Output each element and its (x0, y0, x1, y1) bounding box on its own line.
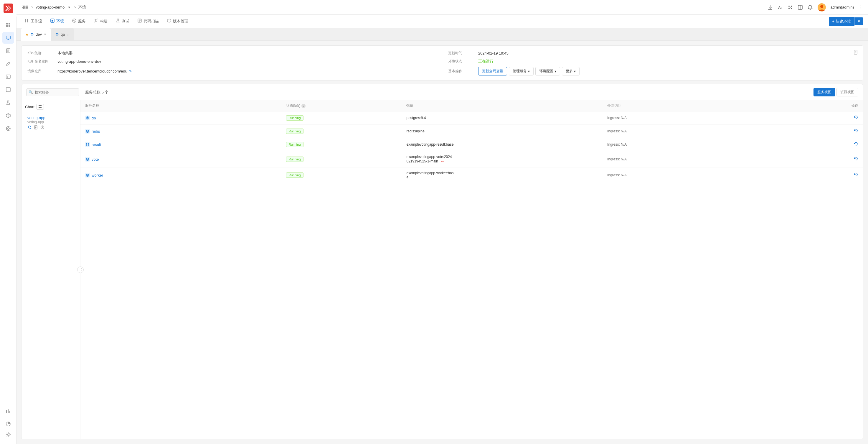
refresh-worker-btn[interactable] (854, 172, 858, 178)
sidebar-item-cube[interactable] (2, 110, 14, 121)
sidebar-item-terminal[interactable] (2, 71, 14, 83)
svg-point-33 (791, 8, 792, 9)
chart-label: Chart (25, 105, 34, 109)
svg-rect-10 (6, 75, 10, 79)
manage-service-btn[interactable]: 管理服务 ▾ (509, 67, 534, 76)
font-btn[interactable]: AA (778, 5, 783, 10)
logo[interactable] (0, 0, 17, 17)
sidebar-item-barchart[interactable] (2, 405, 14, 417)
svg-rect-56 (39, 107, 40, 108)
registry-edit-icon[interactable]: ✎ (129, 69, 132, 73)
sidebar-item-monitor[interactable] (2, 32, 14, 43)
sidebar-collapse-btn[interactable]: 〈 (77, 267, 84, 273)
new-env-button[interactable]: + 新建环境 (829, 17, 855, 26)
table-row: result Running examplevotingapp-result:b… (81, 138, 863, 151)
corner-doc-icon[interactable] (854, 50, 858, 56)
chart-sidebar: Chart voting-app voting-app (22, 100, 81, 439)
content-area: K8s 集群 本地集群 更新时间 2024-02-19 19:45 K8s 命名… (17, 41, 868, 444)
chart-refresh-icon[interactable] (27, 125, 32, 130)
service-vote-action (758, 156, 858, 162)
service-result-action (758, 142, 858, 147)
tab-build[interactable]: 构建 (90, 15, 111, 28)
user-name[interactable]: admin(admin) (831, 5, 854, 9)
status-badge-vote: Running (286, 156, 304, 162)
tab-version[interactable]: 版本管理 (163, 15, 192, 28)
refresh-db-btn[interactable] (854, 115, 858, 121)
sidebar-item-piechart[interactable] (2, 418, 14, 430)
download-btn[interactable] (768, 5, 773, 10)
more-btn[interactable]: ⋮ (859, 4, 863, 10)
refresh-redis-btn[interactable] (854, 128, 858, 134)
status-info-icon[interactable]: ? (302, 104, 306, 108)
service-db-status: Running (286, 115, 407, 121)
env-dev-star-icon[interactable]: ★ (25, 32, 29, 36)
bell-btn[interactable] (808, 5, 813, 10)
info-row-k8s-ns: K8s 命名空间 voting-app-demo-env-dev (27, 59, 436, 64)
info-k8s-ns-label: K8s 命名空间 (27, 59, 54, 64)
service-name-redis[interactable]: redis (85, 129, 286, 134)
sidebar-item-table[interactable] (2, 84, 14, 95)
grid-btn[interactable] (787, 5, 793, 10)
svg-rect-39 (25, 19, 26, 22)
service-name-result[interactable]: result (85, 142, 286, 147)
service-worker-label: worker (92, 173, 103, 177)
chart-item-sub: voting-app (27, 120, 74, 124)
svg-point-65 (86, 143, 89, 144)
sidebar-item-network[interactable] (2, 123, 14, 135)
chart-item-voting-app[interactable]: voting-app voting-app (25, 113, 76, 133)
new-env-dropdown-btn[interactable]: ▼ (855, 18, 863, 25)
resource-view-btn[interactable]: 资源视图 (836, 88, 858, 96)
service-name-vote[interactable]: vote (85, 157, 286, 161)
env-tab-dev[interactable]: ★ ⚙ dev ▼ (21, 28, 51, 41)
chart-doc-icon[interactable] (34, 125, 38, 130)
update-global-vars-btn[interactable]: 更新全局变量 (478, 67, 507, 76)
env-tabs: ★ ⚙ dev ▼ ⚙ qa ☆ (17, 28, 868, 41)
tab-service-label: 服务 (78, 19, 86, 24)
service-view-btn[interactable]: 服务视图 (813, 88, 835, 96)
tab-workflow[interactable]: 工作流 (21, 15, 46, 28)
svg-rect-23 (8, 409, 8, 413)
breadcrumb-project-name[interactable]: voting-app-demo (36, 5, 65, 9)
services-count: 服务总数 5 个 (85, 90, 810, 95)
sidebar-item-flask[interactable] (2, 97, 14, 109)
svg-rect-54 (39, 105, 40, 106)
service-redis-external: Ingress: N/A (607, 129, 758, 133)
tab-service[interactable]: 服务 (69, 15, 89, 28)
env-dev-settings-icon[interactable]: ▼ (43, 33, 46, 36)
chart-history-icon[interactable] (40, 125, 44, 130)
more-ops-btn[interactable]: 更多 ▾ (562, 67, 580, 76)
breadcrumb-project-link[interactable]: 项目 (21, 5, 29, 10)
refresh-vote-btn[interactable] (854, 156, 858, 162)
env-config-btn[interactable]: 环境配置 ▾ (535, 67, 560, 76)
top-nav: 项目 > voting-app-demo ▼ > 环境 AA (17, 0, 868, 15)
service-redis-icon (85, 129, 90, 134)
info-card: K8s 集群 本地集群 更新时间 2024-02-19 19:45 K8s 命名… (21, 46, 863, 81)
service-result-label: result (92, 142, 101, 147)
services-header: 🔍 服务总数 5 个 服务视图 资源视图 (22, 84, 863, 100)
info-basic-ops-label: 基本操作 (448, 69, 475, 74)
user-avatar[interactable] (817, 3, 826, 11)
env-tab-qa[interactable]: ⚙ qa ☆ (51, 28, 74, 41)
service-result-external: Ingress: N/A (607, 142, 758, 147)
layout-btn[interactable] (798, 5, 803, 10)
tab-test[interactable]: 测试 (112, 15, 133, 28)
search-input[interactable] (26, 88, 79, 96)
env-tab-dev-label: dev (36, 32, 42, 36)
tab-env[interactable]: 环境 (47, 15, 67, 28)
service-db-label: db (92, 116, 96, 120)
service-name-db[interactable]: db (85, 116, 286, 120)
service-worker-status: Running (286, 173, 407, 178)
chart-icon-btn[interactable] (36, 104, 44, 110)
tab-codescan[interactable]: 代码扫描 (134, 15, 162, 28)
refresh-result-btn[interactable] (854, 142, 858, 147)
sidebar-item-settings[interactable] (2, 431, 14, 443)
sidebar-item-dashboard[interactable] (2, 19, 14, 31)
env-qa-star-icon[interactable]: ☆ (67, 32, 70, 36)
service-name-worker[interactable]: worker (85, 173, 286, 177)
tab-workflow-icon (25, 19, 29, 24)
status-badge-redis: Running (286, 128, 304, 134)
breadcrumb-dropdown-btn[interactable]: ▼ (67, 5, 71, 10)
sidebar-item-docs[interactable] (2, 45, 14, 57)
svg-rect-3 (6, 25, 8, 27)
sidebar-item-edit[interactable] (2, 58, 14, 69)
